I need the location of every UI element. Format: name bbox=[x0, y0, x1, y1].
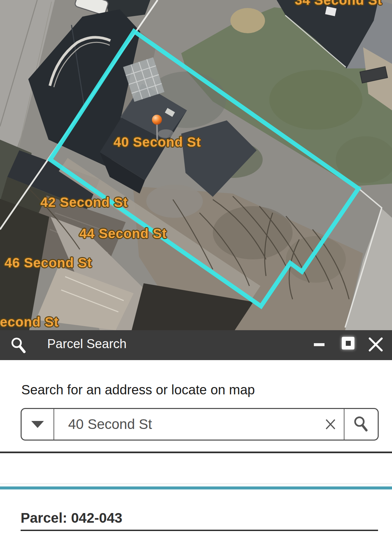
search-icon bbox=[10, 336, 27, 355]
aerial-map[interactable]: 34 Second St 40 Second St 42 Second St 4… bbox=[0, 0, 392, 330]
parcel-id-heading: Parcel: 042-043 bbox=[21, 510, 122, 526]
aerial-imagery bbox=[0, 0, 392, 330]
panel-title: Parcel Search bbox=[47, 337, 127, 351]
clear-search-button[interactable] bbox=[317, 409, 344, 440]
teal-accent-bar bbox=[0, 486, 392, 489]
map-label-partial-second-st: econd St bbox=[0, 315, 59, 330]
map-label-46-second-st: 46 Second St bbox=[4, 255, 92, 270]
address-search-box bbox=[21, 408, 379, 441]
search-submit-button[interactable] bbox=[344, 409, 378, 440]
magnifier-icon bbox=[352, 415, 370, 433]
search-instruction-label: Search for an address or locate on map bbox=[21, 382, 255, 397]
maximize-button[interactable] bbox=[342, 337, 354, 349]
divider bbox=[0, 483, 392, 484]
address-search-input[interactable] bbox=[54, 409, 317, 440]
minimize-button[interactable] bbox=[314, 343, 325, 346]
breadcrumb-parcels-row[interactable] bbox=[0, 453, 392, 483]
divider bbox=[21, 530, 378, 531]
map-label-40-second-st: 40 Second St bbox=[113, 135, 201, 150]
map-label-34-second-st: 34 Second St bbox=[295, 0, 382, 8]
chevron-down-icon bbox=[31, 421, 44, 428]
map-label-42-second-st: 42 Second St bbox=[40, 195, 128, 210]
panel-title-bar: Parcel Search bbox=[0, 330, 392, 360]
maximize-icon bbox=[346, 341, 351, 346]
parcel-search-app: 34 Second St 40 Second St 42 Second St 4… bbox=[0, 0, 392, 535]
close-button[interactable] bbox=[368, 337, 383, 352]
search-source-dropdown[interactable] bbox=[22, 409, 54, 440]
clear-x-icon bbox=[325, 418, 336, 430]
map-label-44-second-st: 44 Second St bbox=[79, 226, 167, 241]
